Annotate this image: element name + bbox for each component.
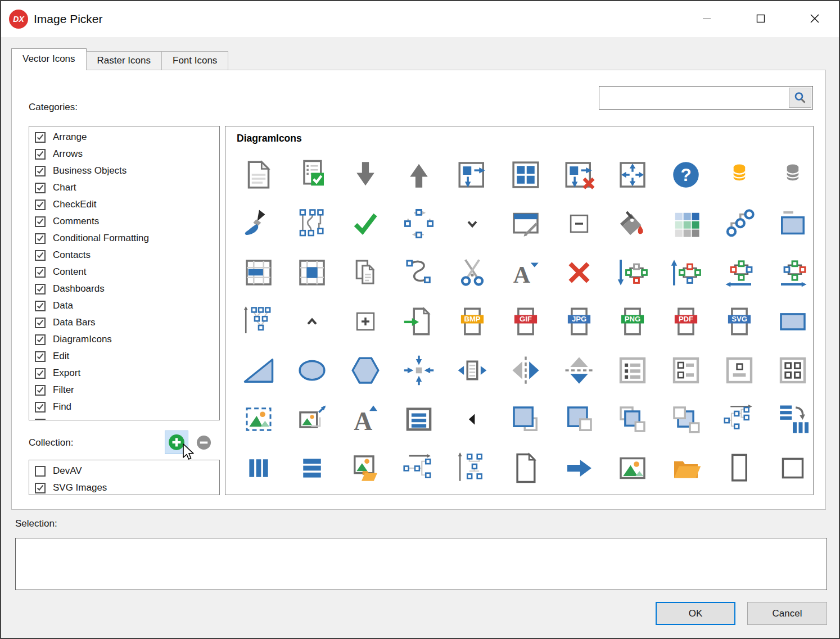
delete-icon[interactable] <box>561 255 597 291</box>
resize-image-icon[interactable] <box>294 401 330 437</box>
close-button[interactable] <box>802 8 828 29</box>
category-item-format[interactable]: Format <box>29 415 219 420</box>
category-item-content[interactable]: Content <box>29 264 219 280</box>
category-item-filter[interactable]: Filter <box>29 382 219 398</box>
category-item-dashboards[interactable]: Dashboards <box>29 280 219 297</box>
cancel-button[interactable]: Cancel <box>747 602 827 625</box>
copy-icon[interactable] <box>347 255 383 291</box>
checkbox[interactable] <box>35 216 46 227</box>
hexagon-shape-icon[interactable] <box>347 352 383 388</box>
category-item-find[interactable]: Find <box>29 398 219 415</box>
select-image-icon[interactable] <box>241 401 277 437</box>
flip-horizontal-icon[interactable] <box>508 352 544 388</box>
category-item-diagramicons[interactable]: DiagramIcons <box>29 331 219 348</box>
file-bmp-icon[interactable]: BMP <box>454 303 490 339</box>
checkbox[interactable] <box>35 466 46 477</box>
tab-font-icons[interactable]: Font Icons <box>161 51 228 70</box>
window-hidden-icon[interactable] <box>508 206 544 242</box>
rotate-handles-icon[interactable] <box>401 206 437 242</box>
text-dropdown-icon[interactable]: A <box>508 255 544 291</box>
checkbox[interactable] <box>35 402 46 413</box>
open-image-icon[interactable] <box>347 450 383 486</box>
send-to-back-icon[interactable] <box>561 401 597 437</box>
category-item-edit[interactable]: Edit <box>29 348 219 365</box>
move-shape-icon[interactable] <box>454 157 490 193</box>
image-icon[interactable] <box>615 450 651 486</box>
category-item-export[interactable]: Export <box>29 365 219 382</box>
category-item-arrows[interactable]: Arrows <box>29 146 219 162</box>
add-collection-button[interactable] <box>165 430 188 454</box>
database-yellow-icon[interactable] <box>721 157 757 193</box>
connector-nodes-icon[interactable] <box>294 206 330 242</box>
checkbox[interactable] <box>35 233 46 244</box>
container-icon[interactable] <box>775 206 811 242</box>
file-png-icon[interactable]: PNG <box>615 303 651 339</box>
checkbox[interactable] <box>35 200 46 210</box>
checkbox[interactable] <box>35 166 46 176</box>
collection-item-svg-images[interactable]: SVG Images <box>29 479 219 495</box>
arrow-right-icon[interactable] <box>561 450 597 486</box>
checkbox[interactable] <box>35 419 46 421</box>
subtree-right-icon[interactable] <box>721 401 757 437</box>
remove-collection-button[interactable] <box>196 435 211 450</box>
chevron-down-icon[interactable] <box>454 206 490 242</box>
checkbox[interactable] <box>35 385 46 396</box>
import-document-icon[interactable] <box>401 303 437 339</box>
columns-bars-icon[interactable] <box>241 450 277 486</box>
collapse-box-icon[interactable] <box>561 206 597 242</box>
flip-vertical-icon[interactable] <box>561 352 597 388</box>
help-icon[interactable]: ? <box>668 157 704 193</box>
checkbox[interactable] <box>35 351 46 362</box>
checkbox[interactable] <box>35 284 46 294</box>
tree-layout-right-icon[interactable] <box>401 450 437 486</box>
database-gray-icon[interactable] <box>775 157 811 193</box>
checkbox[interactable] <box>35 301 46 311</box>
send-backward-icon[interactable] <box>668 401 704 437</box>
arrow-down-icon[interactable] <box>347 157 383 193</box>
category-item-comments[interactable]: Comments <box>29 213 219 230</box>
checkbox[interactable] <box>35 132 46 143</box>
chevron-up-icon[interactable] <box>294 303 330 339</box>
view-tiles-icon[interactable] <box>775 352 811 388</box>
brush-icon[interactable] <box>241 206 277 242</box>
category-item-chart[interactable]: Chart <box>29 179 219 196</box>
move-node-down-icon[interactable] <box>615 255 651 291</box>
open-folder-icon[interactable] <box>668 450 704 486</box>
blank-document-icon[interactable] <box>508 450 544 486</box>
file-pdf-icon[interactable]: PDF <box>668 303 704 339</box>
view-detail-icon[interactable] <box>668 352 704 388</box>
file-gif-icon[interactable]: GIF <box>508 303 544 339</box>
view-small-icon[interactable] <box>721 352 757 388</box>
maximize-button[interactable] <box>748 8 774 29</box>
checkmark-icon[interactable] <box>347 206 383 242</box>
square-outline-icon[interactable] <box>775 450 811 486</box>
bring-to-front-icon[interactable] <box>508 401 544 437</box>
category-item-checkedit[interactable]: CheckEdit <box>29 196 219 213</box>
search-button[interactable] <box>789 88 811 108</box>
checkbox[interactable] <box>35 334 46 345</box>
minimize-button[interactable] <box>694 8 720 29</box>
view-list-icon[interactable] <box>615 352 651 388</box>
checkbox[interactable] <box>35 368 46 379</box>
search-input[interactable] <box>599 87 788 109</box>
reorder-rotate-icon[interactable] <box>775 401 811 437</box>
cut-icon[interactable] <box>454 255 490 291</box>
text-lines-icon[interactable] <box>401 401 437 437</box>
category-item-data[interactable]: Data <box>29 297 219 314</box>
collection-item-devav[interactable]: DevAV <box>29 463 219 479</box>
checkbox[interactable] <box>35 318 46 328</box>
color-palette-icon[interactable] <box>668 206 704 242</box>
category-item-data-bars[interactable]: Data Bars <box>29 314 219 331</box>
tree-layout-vertical-icon[interactable] <box>454 450 490 486</box>
ok-button[interactable]: OK <box>656 602 735 625</box>
expand-box-icon[interactable] <box>347 303 383 339</box>
checkbox[interactable] <box>35 250 46 261</box>
selection-box[interactable] <box>15 538 827 590</box>
bring-forward-icon[interactable] <box>615 401 651 437</box>
file-jpg-icon[interactable]: JPG <box>561 303 597 339</box>
category-item-business-objects[interactable]: Business Objects <box>29 162 219 179</box>
move-node-left-icon[interactable] <box>721 255 757 291</box>
linked-circles-icon[interactable] <box>721 206 757 242</box>
curve-connector-icon[interactable] <box>401 255 437 291</box>
table-merge-cell-icon[interactable] <box>294 255 330 291</box>
